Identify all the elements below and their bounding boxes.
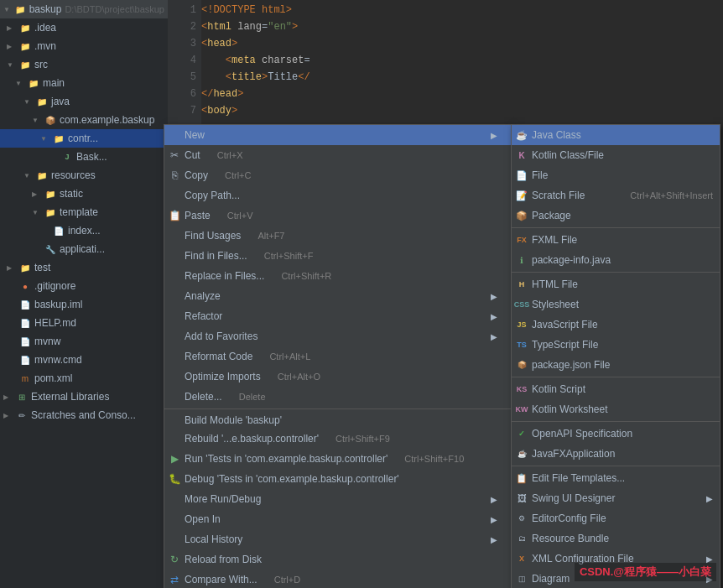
tree-item-scratches[interactable]: ▶ ✏ Scratches and Conso...: [0, 406, 168, 424]
submenu-swinguidesigner-label: Swing UI Designer: [532, 492, 615, 504]
tree-item-index[interactable]: ▶ 📄 index...: [0, 221, 168, 240]
menu-item-findusages[interactable]: Find Usages Alt+F7: [164, 226, 511, 246]
tree-root[interactable]: ▼ 📁 baskup D:\BDTD\project\baskup: [0, 0, 168, 18]
tree-item-mvnw[interactable]: ▶ 📄 mvnw: [0, 332, 168, 351]
tree-item-gitignore[interactable]: ▶ ● .gitignore: [0, 277, 168, 295]
scratchfile-shortcut: Ctrl+Alt+Shift+Insert: [630, 190, 713, 200]
menu-item-copy[interactable]: ⎘ Copy Ctrl+C: [164, 165, 511, 185]
tree-item-idea[interactable]: ▶ 📁 .idea: [0, 18, 168, 37]
menu-item-new[interactable]: New ▶: [164, 125, 511, 145]
tree-item-mvnwcmd[interactable]: ▶ 📄 mvnw.cmd: [0, 351, 168, 369]
expand-arrow-controller: ▼: [40, 135, 50, 143]
tree-item-src[interactable]: ▼ 📁 src: [0, 55, 168, 74]
menu-item-comparewith[interactable]: ⇄ Compare With... Ctrl+D: [164, 570, 511, 588]
submenu-kotlinworksheet-label: Kotlin Worksheet: [532, 403, 608, 415]
submenu-item-scratchfile[interactable]: 📝 Scratch File Ctrl+Alt+Shift+Insert: [512, 185, 720, 206]
menu-item-cut[interactable]: ✂ Cut Ctrl+X: [164, 145, 511, 165]
tree-item-application[interactable]: ▶ 🔧 applicati...: [0, 240, 168, 258]
expand-arrow-com: ▼: [32, 117, 42, 124]
code-line-4: <meta charset=: [201, 52, 310, 69]
submenu-item-kotlinscript[interactable]: KS Kotlin Script: [512, 379, 720, 399]
menu-item-reformatcode[interactable]: Reformat Code Ctrl+Alt+L: [164, 346, 511, 367]
tree-item-static[interactable]: ▶ 📁 static: [0, 185, 168, 203]
menu-item-reloadfromdisk[interactable]: ↻ Reload from Disk: [164, 549, 511, 570]
menu-item-findinfiles[interactable]: Find in Files... Ctrl+Shift+F: [164, 246, 511, 266]
menu-item-rebuild-label: Rebuild '...e.baskup.controller': [185, 433, 319, 445]
menu-item-localhistory-label: Local History: [185, 533, 242, 545]
tree-item-test[interactable]: ▶ 📁 test: [0, 258, 168, 277]
mvnwcmd-icon: 📄: [18, 353, 32, 367]
tree-item-baskup[interactable]: ▶ J Bask...: [0, 148, 168, 166]
run-icon: ▶: [168, 452, 181, 466]
xmlconfig-arrow: ▶: [706, 554, 713, 564]
reformatcode-shortcut: Ctrl+Alt+L: [269, 351, 310, 362]
tree-item-main[interactable]: ▼ 📁 main: [0, 74, 168, 92]
tree-item-com[interactable]: ▼ 📦 com.example.baskup: [0, 111, 168, 129]
submenu-item-pkginfojava[interactable]: ℹ package-info.java: [512, 250, 720, 270]
submenu-item-file[interactable]: 📄 File: [512, 165, 720, 185]
submenu-javafxapp-label: JavaFXApplication: [532, 448, 615, 460]
menu-item-rebuild[interactable]: Rebuild '...e.baskup.controller' Ctrl+Sh…: [164, 429, 511, 449]
submenu-item-openapi[interactable]: ✓ OpenAPI Specification: [512, 424, 720, 444]
menu-item-new-label: New: [185, 129, 205, 141]
menu-item-analyze[interactable]: Analyze ▶: [164, 286, 511, 306]
scratches-label: Scratches and Conso...: [31, 409, 136, 421]
menu-item-paste[interactable]: 📋 Paste Ctrl+V: [164, 206, 511, 226]
submenu-item-htmlfile[interactable]: H HTML File: [512, 274, 720, 294]
menu-item-openin[interactable]: Open In ▶: [164, 509, 511, 529]
tree-item-help[interactable]: ▶ 📄 HELP.md: [0, 314, 168, 332]
baskupiml-label: baskup.iml: [34, 299, 82, 310]
submenu-item-package[interactable]: 📦 Package: [512, 206, 720, 226]
submenu-item-kotlinworksheet[interactable]: KW Kotlin Worksheet: [512, 399, 720, 419]
menu-item-reformatcode-label: Reformat Code: [185, 351, 252, 362]
submenu-item-editorconfig[interactable]: ⚙ EditorConfig File: [512, 508, 720, 528]
static-folder-icon: 📁: [44, 187, 57, 200]
submenu-item-edittemplates[interactable]: 📋 Edit File Templates...: [512, 468, 720, 488]
menu-item-debug[interactable]: 🐛 Debug 'Tests in 'com.example.baskup.co…: [164, 469, 511, 489]
menu-item-addtofavorites[interactable]: Add to Favorites ▶: [164, 326, 511, 346]
tree-item-extlibs[interactable]: ▶ ⊞ External Libraries: [0, 388, 168, 406]
menu-item-localhistory[interactable]: Local History ▶: [164, 529, 511, 549]
submenu-resourcebundle-label: Resource Bundle: [532, 533, 609, 544]
submenu-item-swinguidesigner[interactable]: 🖼 Swing UI Designer ▶: [512, 488, 720, 508]
menu-item-copypath[interactable]: Copy Path...: [164, 185, 511, 206]
submenu-item-pkgjson[interactable]: 📦 package.json File: [512, 355, 720, 375]
code-line-2: <html lang="en">: [201, 18, 310, 35]
extlibs-label: External Libraries: [31, 391, 109, 403]
submenu-item-javafxapp[interactable]: ☕ JavaFXApplication: [512, 444, 720, 464]
menu-item-delete[interactable]: Delete... Delete: [164, 387, 511, 407]
tree-item-pom[interactable]: ▶ m pom.xml: [0, 369, 168, 388]
tree-item-java[interactable]: ▼ 📁 java: [0, 92, 168, 111]
code-line-7: <body>: [201, 102, 310, 119]
menu-item-run[interactable]: ▶ Run 'Tests in 'com.example.baskup.cont…: [164, 449, 511, 469]
menu-item-morerun-label: More Run/Debug: [185, 493, 261, 505]
submenu-item-tsfile[interactable]: TS TypeScript File: [512, 335, 720, 355]
submenu-item-fxmlfile[interactable]: FX FXML File: [512, 230, 720, 250]
submenu-item-resourcebundle[interactable]: 🗂 Resource Bundle: [512, 528, 720, 549]
menu-item-optimizeimports[interactable]: Optimize Imports Ctrl+Alt+O: [164, 367, 511, 387]
tree-item-mvn[interactable]: ▶ 📁 .mvn: [0, 37, 168, 55]
tree-item-templates[interactable]: ▼ 📁 template: [0, 203, 168, 221]
submenu-item-stylesheet[interactable]: CSS Stylesheet: [512, 294, 720, 315]
gitignore-label: .gitignore: [34, 280, 75, 292]
tree-item-baskupiml[interactable]: ▶ 📄 baskup.iml: [0, 295, 168, 314]
src-label: src: [34, 59, 48, 70]
tree-item-controller[interactable]: ▼ 📁 contr...: [0, 129, 168, 148]
submenu-item-kotlinclass[interactable]: K Kotlin Class/File: [512, 145, 720, 165]
menu-item-refactor[interactable]: Refactor ▶: [164, 306, 511, 326]
submenu-separator-4: [512, 421, 720, 422]
main-label: main: [43, 77, 65, 89]
submenu-editorconfig-label: EditorConfig File: [532, 513, 606, 524]
swing-arrow: ▶: [706, 494, 713, 503]
menu-item-replaceinfiles[interactable]: Replace in Files... Ctrl+Shift+R: [164, 266, 511, 286]
watermark: CSDN.@程序猿——小白菜: [575, 563, 716, 581]
menu-item-morerun[interactable]: More Run/Debug ▶: [164, 489, 511, 509]
replaceinfiles-shortcut: Ctrl+Shift+R: [281, 271, 331, 281]
tree-item-resources[interactable]: ▼ 📁 resources: [0, 166, 168, 185]
swing-icon: 🖼: [515, 492, 528, 505]
findusages-shortcut: Alt+F7: [257, 231, 284, 241]
submenu-item-jsfile[interactable]: JS JavaScript File: [512, 315, 720, 335]
diagram-icon: ◫: [515, 572, 528, 585]
menu-item-buildmodule[interactable]: Build Module 'baskup': [164, 408, 511, 429]
submenu-item-javaclass[interactable]: ☕ Java Class: [512, 125, 720, 145]
